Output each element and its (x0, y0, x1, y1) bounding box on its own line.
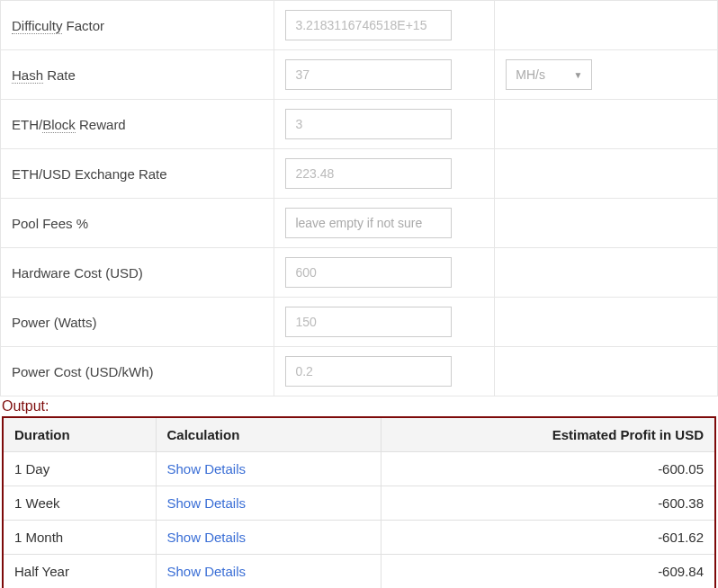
table-row: 1 DayShow Details-600.05 (3, 452, 715, 486)
output-table: Duration Calculation Estimated Profit in… (2, 416, 716, 588)
form-label: Hardware Cost (USD) (1, 248, 274, 298)
form-label: Hash Rate (1, 50, 274, 100)
show-details-link[interactable]: Show Details (167, 495, 247, 511)
input-form-table: Difficulty FactorHash RateMH/s▼ETH/Block… (0, 0, 718, 396)
header-calculation: Calculation (156, 417, 381, 452)
form-input[interactable] (285, 356, 452, 387)
form-input[interactable] (285, 257, 452, 288)
form-input[interactable] (285, 158, 452, 189)
profit-cell: -600.05 (381, 452, 715, 486)
form-label: Difficulty Factor (1, 1, 274, 50)
duration-cell: Half Year (3, 555, 156, 589)
form-input[interactable] (285, 109, 452, 139)
duration-cell: 1 Day (3, 452, 156, 486)
form-input[interactable] (285, 10, 452, 40)
header-profit: Estimated Profit in USD (381, 417, 715, 452)
chevron-down-icon: ▼ (573, 70, 582, 80)
show-details-link[interactable]: Show Details (167, 461, 247, 477)
unit-select-value: MH/s (516, 67, 545, 82)
show-details-link[interactable]: Show Details (167, 564, 247, 579)
form-label: Power (Watts) (1, 298, 274, 347)
duration-cell: 1 Month (3, 521, 156, 555)
profit-cell: -609.84 (381, 555, 715, 589)
form-label: ETH/Block Reward (1, 100, 274, 149)
table-row: 1 WeekShow Details-600.38 (3, 486, 715, 521)
output-heading: Output: (0, 396, 718, 416)
show-details-link[interactable]: Show Details (167, 530, 247, 545)
form-label: Power Cost (USD/kWh) (1, 347, 274, 396)
header-duration: Duration (3, 417, 156, 452)
form-input[interactable] (285, 208, 452, 238)
form-label: ETH/USD Exchange Rate (1, 149, 274, 199)
profit-cell: -601.62 (381, 521, 715, 555)
profit-cell: -600.38 (381, 486, 715, 521)
duration-cell: 1 Week (3, 486, 156, 521)
unit-select[interactable]: MH/s▼ (506, 59, 592, 90)
form-label: Pool Fees % (1, 199, 274, 248)
table-row: Half YearShow Details-609.84 (3, 555, 715, 589)
table-row: 1 MonthShow Details-601.62 (3, 521, 715, 555)
form-input[interactable] (285, 59, 452, 90)
form-input[interactable] (285, 307, 452, 337)
